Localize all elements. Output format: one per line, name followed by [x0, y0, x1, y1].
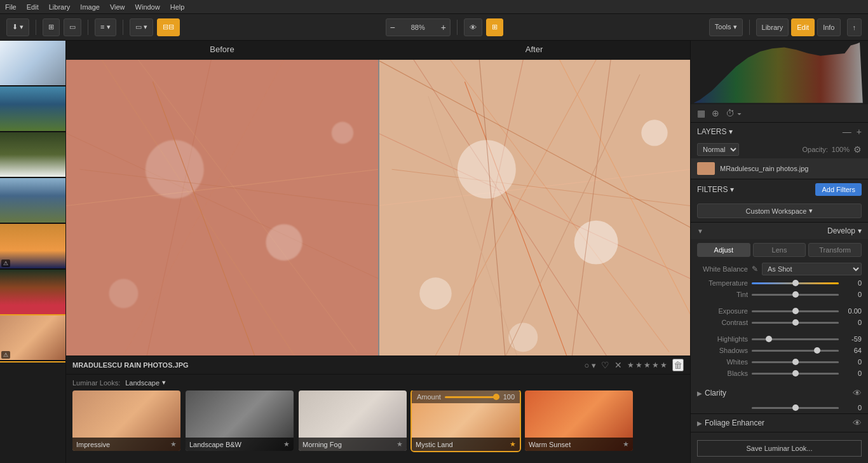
look-mystic-land[interactable]: Amount 100 Mystic Land ★ [412, 390, 520, 451]
histogram-svg [691, 41, 868, 104]
clarity-slider[interactable] [752, 407, 839, 409]
layers-icon-btn[interactable]: ⊕ [710, 107, 721, 120]
add-filters-button[interactable]: Add Filters [815, 183, 862, 196]
filmstrip-item-3[interactable] [0, 132, 65, 178]
edit-tab-btn[interactable]: Edit [791, 18, 815, 36]
layout-button[interactable]: ▭ ▾ [130, 18, 153, 36]
custom-workspace-button[interactable]: Custom Workspace ▾ [697, 204, 862, 218]
layer-item-1[interactable]: MRadulescu_rain photos.jpg [691, 158, 868, 179]
list-view-button[interactable]: ≡ ▾ [95, 18, 116, 36]
star-bw[interactable]: ★ [283, 440, 290, 448]
tools-button[interactable]: Tools ▾ [709, 18, 743, 36]
wb-select[interactable]: As Shot [762, 263, 862, 275]
zoom-out-button[interactable]: − [386, 18, 399, 36]
menu-file[interactable]: File [5, 3, 17, 11]
look-impressive[interactable]: Impressive ★ [72, 390, 180, 451]
file-name: MRADULESCU RAIN PHOTOS.JPG [72, 361, 580, 369]
eyedropper-icon[interactable]: ✎ [752, 265, 758, 273]
menu-view[interactable]: View [110, 3, 125, 11]
look-warm-sunset[interactable]: Warm Sunset ★ [525, 390, 633, 451]
temperature-thumb[interactable] [792, 280, 799, 286]
highlights-thumb[interactable] [766, 336, 772, 342]
foliage-header[interactable]: ▶ Foliage Enhancer 👁 [691, 414, 868, 432]
zoom-in-button[interactable]: + [437, 18, 450, 36]
menu-window[interactable]: Window [135, 3, 160, 11]
trash-button[interactable]: 🗑 [672, 359, 684, 371]
exposure-slider[interactable] [752, 310, 839, 312]
clarity-title: Clarity [705, 389, 726, 397]
star-mystic[interactable]: ★ [510, 440, 516, 448]
zoom-control[interactable]: − 88% + [386, 18, 451, 36]
amount-slider[interactable] [445, 396, 499, 398]
filmstrip-item-6[interactable] [0, 270, 65, 315]
rating-stars[interactable]: ★ ★ ★ ★ ★ [627, 361, 667, 370]
filmstrip-item-4[interactable] [0, 178, 65, 224]
clarity-header[interactable]: ▶ Clarity 👁 [691, 384, 868, 402]
save-luminar-look-button[interactable]: Save Luminar Look... [697, 440, 862, 457]
foliage-eye-icon[interactable]: 👁 [853, 418, 862, 428]
contrast-thumb[interactable] [792, 319, 799, 326]
look-landscape-bw[interactable]: Landscape B&W ★ [186, 390, 294, 451]
filmstrip-item-1[interactable] [0, 41, 65, 86]
lens-tab[interactable]: Lens [753, 243, 806, 257]
star-fog[interactable]: ★ [397, 440, 403, 448]
star-1[interactable]: ★ [627, 361, 634, 370]
layers-add-btn[interactable]: + [857, 127, 862, 137]
adjust-tab[interactable]: Adjust [697, 243, 750, 257]
filmstrip-item-7[interactable]: ⚠ [0, 315, 65, 361]
opacity-settings-btn[interactable]: ⚙ [853, 144, 862, 155]
import-button[interactable]: ⬇ ▾ [6, 18, 29, 36]
info-tab-btn[interactable]: Info [817, 18, 840, 36]
clarity-eye-icon[interactable]: 👁 [853, 388, 862, 398]
highlights-slider[interactable] [752, 338, 839, 340]
tint-thumb[interactable] [792, 291, 799, 298]
whites-slider[interactable] [752, 361, 839, 363]
transform-tab[interactable]: Transform [808, 243, 862, 257]
eye-button[interactable]: 👁 [464, 18, 482, 36]
shadows-value: 64 [843, 347, 862, 354]
filmstrip-item-2[interactable] [0, 86, 65, 132]
looks-category[interactable]: Landscape ▾ [125, 378, 166, 387]
clarity-thumb[interactable] [792, 404, 799, 411]
blacks-slider[interactable] [752, 373, 839, 375]
filmstrip-item-5[interactable]: ⚠ [0, 224, 65, 270]
library-tab-btn[interactable]: Library [756, 18, 789, 36]
menu-library[interactable]: Library [49, 3, 71, 11]
temperature-slider[interactable] [752, 282, 839, 284]
compare-button[interactable]: ⊟⊟ [157, 18, 180, 36]
star-sunset[interactable]: ★ [623, 440, 629, 448]
menu-image[interactable]: Image [80, 3, 100, 11]
star-impressive[interactable]: ★ [170, 440, 177, 448]
star-5[interactable]: ★ [660, 361, 667, 370]
white-balance-row: White Balance ✎ As Shot [691, 261, 868, 277]
before-label: Before [66, 41, 378, 58]
star-3[interactable]: ★ [644, 361, 651, 370]
svg-rect-0 [66, 60, 378, 356]
clock-icon-btn[interactable]: ⏱ ▾ [724, 107, 743, 120]
star-4[interactable]: ★ [652, 361, 659, 370]
star-2[interactable]: ★ [635, 361, 642, 370]
blacks-thumb[interactable] [792, 370, 799, 377]
blend-mode-select[interactable]: Normal [697, 143, 739, 156]
reject-icon[interactable]: ✕ [614, 360, 622, 370]
contrast-slider[interactable] [752, 322, 839, 324]
grid-view-button[interactable]: ⊞ [43, 18, 60, 36]
develop-header[interactable]: ▼ Develop ▾ [691, 223, 868, 239]
menu-help[interactable]: Help [170, 3, 185, 11]
heart-icon[interactable]: ♡ [601, 360, 609, 370]
histogram-icon-btn[interactable]: ▦ [696, 107, 707, 120]
circle-icon[interactable]: ○ ▾ [585, 361, 596, 370]
layers-minimize-btn[interactable]: — [843, 127, 851, 137]
svg-point-8 [266, 224, 302, 260]
single-view-button[interactable]: ▭ [64, 18, 81, 36]
shadows-slider[interactable] [752, 350, 839, 352]
tint-slider[interactable] [752, 294, 839, 296]
look-morning-fog[interactable]: Morning Fog ★ [299, 390, 407, 451]
overlay-button[interactable]: ⊞ [486, 18, 503, 36]
shadows-thumb[interactable] [814, 347, 820, 354]
whites-thumb[interactable] [792, 359, 799, 365]
exposure-thumb[interactable] [792, 308, 799, 314]
menu-edit[interactable]: Edit [27, 3, 39, 11]
share-button[interactable]: ↑ [847, 18, 862, 36]
split-divider[interactable] [378, 60, 379, 356]
